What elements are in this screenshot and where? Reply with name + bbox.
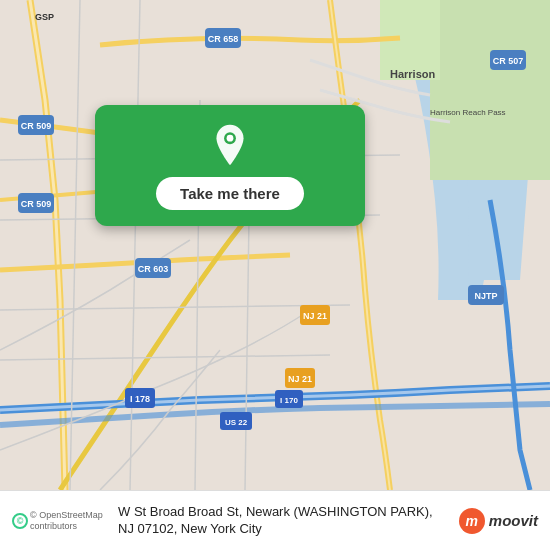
info-bar: © © OpenStreetMap contributors W St Broa…: [0, 490, 550, 550]
svg-text:US 22: US 22: [225, 418, 248, 427]
osm-label: © OpenStreetMap contributors: [30, 510, 110, 532]
osm-icon: ©: [12, 513, 28, 529]
map-background: CR 658 CR 509 CR 509 CR 603 NJ 21 NJ 21 …: [0, 0, 550, 490]
svg-text:CR 509: CR 509: [21, 121, 52, 131]
moovit-logo: m moovit: [459, 508, 538, 534]
svg-text:NJTP: NJTP: [474, 291, 497, 301]
svg-text:CR 509: CR 509: [21, 199, 52, 209]
svg-text:NJ 21: NJ 21: [303, 311, 327, 321]
svg-rect-1: [430, 0, 550, 180]
location-card[interactable]: Take me there: [95, 105, 365, 226]
svg-text:NJ 21: NJ 21: [288, 374, 312, 384]
svg-text:Harrison Reach Pass: Harrison Reach Pass: [430, 108, 506, 117]
svg-point-39: [227, 135, 234, 142]
take-me-there-button[interactable]: Take me there: [156, 177, 304, 210]
moovit-icon: m: [459, 508, 485, 534]
svg-text:GSP: GSP: [35, 12, 54, 22]
osm-attribution: © © OpenStreetMap contributors: [12, 510, 110, 532]
svg-text:I 170: I 170: [280, 396, 298, 405]
location-pin-icon: [208, 123, 252, 167]
svg-text:CR 603: CR 603: [138, 264, 169, 274]
moovit-wordmark: moovit: [489, 512, 538, 529]
svg-text:Harrison: Harrison: [390, 68, 436, 80]
address-line: W St Broad Broad St, Newark (WASHINGTON …: [118, 504, 433, 536]
map-container: CR 658 CR 509 CR 509 CR 603 NJ 21 NJ 21 …: [0, 0, 550, 490]
svg-text:I 178: I 178: [130, 394, 150, 404]
svg-text:CR 507: CR 507: [493, 56, 524, 66]
svg-text:CR 658: CR 658: [208, 34, 239, 44]
moovit-m-letter: m: [466, 513, 478, 529]
address-text: W St Broad Broad St, Newark (WASHINGTON …: [110, 504, 459, 538]
